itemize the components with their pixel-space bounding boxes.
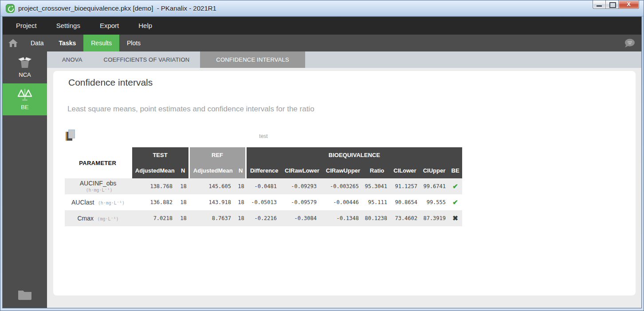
maximize-button[interactable] [606, 0, 619, 9]
col-header-parameter: PARAMETER [65, 147, 131, 178]
ci-raw-lower: -0.3084 [282, 210, 322, 226]
ratio: 80.1238 [364, 210, 390, 226]
window-title: project_crossover_bioequivalence.pkx [de… [18, 4, 216, 12]
confidence-intervals-table: PARAMETER TEST REF BIOEQUIVALENCE Adjust… [65, 147, 462, 226]
sidebar-item-label: BE [21, 104, 28, 110]
be-status-icon: ✔ [448, 178, 462, 194]
ci-raw-lower: -0.09579 [282, 194, 322, 210]
ratio: 95.111 [364, 194, 390, 210]
ci-lower: 90.8654 [390, 194, 420, 210]
main-panel: ANOVA COEFFICIENTS OF VARIATION CONFIDEN… [47, 51, 641, 308]
menu-project[interactable]: Project [6, 17, 47, 35]
col-header-test-n: N [178, 163, 189, 178]
window-controls: X [593, 0, 639, 9]
sidebar-item-label: NCA [19, 71, 31, 78]
ci-upper: 99.555 [420, 194, 448, 210]
col-header-be: BE [448, 163, 462, 178]
app-client-area: Project Settings Export Help Data Tasks … [2, 16, 642, 308]
close-button[interactable]: X [619, 0, 639, 9]
test-adjusted-mean: 7.0218 [131, 210, 178, 226]
subtab-anova[interactable]: ANOVA [51, 51, 93, 68]
ci-lower: 73.4602 [390, 210, 420, 226]
col-header-ratio: Ratio [364, 163, 390, 178]
menu-settings[interactable]: Settings [47, 17, 90, 35]
window-frame: Project Settings Export Help Data Tasks … [0, 16, 644, 311]
parameter-name: Cmax [77, 215, 94, 222]
subtab-confidence-intervals[interactable]: CONFIDENCE INTERVALS [200, 51, 305, 68]
parameter-name: AUCINF_obs [80, 180, 116, 187]
ratio: 95.3041 [364, 178, 390, 194]
page-subtitle: Least square means, point estimates and … [65, 105, 622, 114]
be-scales-icon [17, 88, 32, 101]
table-row-auclast: AUClast (h·mg·L⁻¹) 136.882 18 143.918 18… [65, 194, 462, 210]
test-n: 18 [178, 178, 189, 194]
main-tab-bar: Data Tasks Results Plots [3, 35, 641, 51]
group-header-bioequivalence: BIOEQUIVALENCE [246, 147, 462, 163]
task-sidebar: NCA BE [3, 51, 47, 308]
ci-raw-upper: -0.1348 [322, 210, 364, 226]
test-adjusted-mean: 138.768 [131, 178, 178, 194]
menu-help[interactable]: Help [129, 17, 162, 35]
col-header-test-adjustedmean: AdjustedMean [131, 163, 178, 178]
home-button[interactable] [3, 35, 23, 51]
parameter-unit: (mg·L⁻¹) [97, 217, 118, 221]
tab-data[interactable]: Data [23, 35, 51, 51]
ref-n: 18 [236, 194, 246, 210]
table-row-aucinf-obs: AUCINF_obs (h·mg·L⁻¹) 138.768 18 145.605… [65, 178, 462, 194]
table-title: test [65, 133, 462, 139]
chat-bubble-icon [624, 39, 635, 48]
col-header-cirawlower: CIRawLower [282, 163, 322, 178]
ci-raw-lower: -0.09293 [282, 178, 322, 194]
project-folder-icon[interactable] [17, 288, 32, 300]
be-status-icon: ✔ [448, 194, 462, 210]
sidebar-item-be[interactable]: BE [3, 83, 47, 115]
results-table-zone: test [65, 128, 462, 226]
title-bar[interactable]: project_crossover_bioequivalence.pkx [de… [0, 0, 644, 16]
col-header-ciupper: CIUpper [420, 163, 448, 178]
page-title: Confidence intervals [65, 77, 622, 88]
tab-plots[interactable]: Plots [119, 35, 148, 51]
parameter-unit: (h·mg·L⁻¹) [86, 188, 112, 193]
col-header-difference: Difference [246, 163, 282, 178]
tab-tasks[interactable]: Tasks [51, 35, 84, 51]
app-window: project_crossover_bioequivalence.pkx [de… [0, 0, 644, 311]
menu-export[interactable]: Export [90, 17, 129, 35]
ci-raw-upper: -0.003265 [322, 178, 364, 194]
ref-adjusted-mean: 145.605 [189, 178, 236, 194]
difference: -0.2216 [246, 210, 282, 226]
nca-box-icon [17, 57, 32, 68]
menu-bar: Project Settings Export Help [3, 17, 641, 35]
ci-raw-upper: -0.00446 [322, 194, 364, 210]
sidebar-item-nca[interactable]: NCA [3, 51, 47, 83]
col-header-cilower: CILower [390, 163, 420, 178]
ref-adjusted-mean: 8.7637 [189, 210, 236, 226]
tab-results[interactable]: Results [83, 35, 119, 51]
parameter-unit: (h·mg·L⁻¹) [98, 201, 125, 205]
test-n: 18 [178, 210, 189, 226]
ref-n: 18 [236, 178, 246, 194]
ci-lower: 91.1257 [390, 178, 420, 194]
col-header-cirawupper: CIRawUpper [322, 163, 364, 178]
group-header-test: TEST [131, 147, 189, 163]
feedback-button[interactable] [624, 35, 641, 51]
confidence-intervals-card: Confidence intervals Least square means,… [53, 71, 636, 295]
group-header-ref: REF [189, 147, 246, 163]
ci-upper: 99.6741 [420, 178, 448, 194]
col-header-ref-n: N [236, 163, 246, 178]
subtab-coefficients-of-variation[interactable]: COEFFICIENTS OF VARIATION [93, 51, 200, 68]
results-content: Confidence intervals Least square means,… [47, 68, 641, 308]
be-status-icon: ✖ [448, 210, 462, 226]
home-icon [8, 39, 18, 47]
table-row-cmax: Cmax (mg·L⁻¹) 7.0218 18 8.7637 18 -0.221… [65, 210, 462, 226]
difference: -0.0481 [246, 178, 282, 194]
col-header-ref-adjustedmean: AdjustedMean [189, 163, 236, 178]
ci-upper: 87.3919 [420, 210, 448, 226]
ref-n: 18 [236, 210, 246, 226]
test-adjusted-mean: 136.882 [131, 194, 178, 210]
minimize-button[interactable] [593, 0, 606, 9]
difference: -0.05013 [246, 194, 282, 210]
results-subtabs: ANOVA COEFFICIENTS OF VARIATION CONFIDEN… [47, 51, 641, 68]
test-n: 18 [178, 194, 189, 210]
ref-adjusted-mean: 143.918 [189, 194, 236, 210]
parameter-name: AUClast [71, 199, 94, 206]
